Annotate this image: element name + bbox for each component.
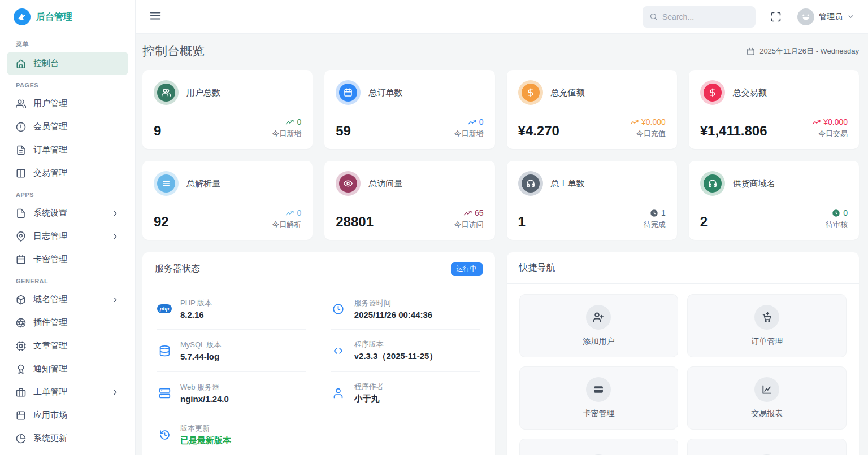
sidebar-item-label: 控制台 (33, 58, 59, 69)
list-icon (154, 171, 179, 196)
sidebar-item-members[interactable]: 会员管理 (7, 115, 128, 138)
stat-card-total-volume: 总交易额 ¥1,411.806 ¥0.000 今日交易 (689, 70, 859, 149)
sidebar-section-pages: PAGES (0, 75, 135, 92)
users-icon (16, 99, 26, 109)
quick-nav-report[interactable]: 交易报表 (687, 366, 847, 430)
quick-nav-document[interactable] (687, 439, 847, 455)
quick-nav-panel: 快捷导航 添加用户 订单管理 卡密管理 (507, 252, 860, 455)
stat-label: 用户总数 (186, 88, 220, 98)
sidebar-item-app-market[interactable]: 应用市场 (7, 404, 128, 427)
quick-nav-card-keys[interactable]: 卡密管理 (519, 366, 679, 430)
stat-card-total-tickets: 总工单数 1 1 待完成 (507, 161, 677, 240)
chevron-right-icon (111, 388, 119, 396)
fullscreen-button[interactable] (770, 11, 782, 23)
sidebar-item-label: 会员管理 (33, 121, 67, 132)
layout-icon (16, 410, 26, 421)
cpu-icon (16, 341, 26, 351)
headphones-icon (518, 171, 543, 196)
topbar: 管理员 (136, 0, 868, 34)
sidebar-item-label: 用户管理 (33, 98, 67, 109)
stat-card-total-visits: 总访问量 28801 65 今日访问 (324, 161, 494, 240)
dollar-icon (700, 80, 725, 105)
brand[interactable]: 后台管理 (0, 0, 135, 33)
server-info-value: 5.7.44-log (180, 352, 221, 361)
columns-icon (16, 168, 26, 178)
sidebar-item-label: 系统更新 (33, 433, 67, 444)
quick-nav-add-user[interactable]: 添加用户 (519, 294, 679, 357)
stat-trend-label: 今日解析 (272, 220, 301, 230)
stat-value: 2 (700, 214, 708, 230)
chevron-right-icon (111, 233, 119, 240)
stat-card-total-users: 用户总数 9 0 今日新增 (142, 70, 313, 149)
server-icon (159, 387, 171, 399)
sidebar-item-label: 应用市场 (33, 410, 67, 421)
stat-trend-label: 今日新增 (272, 129, 301, 139)
sidebar: 后台管理 菜单 控制台 PAGES 用户管理 会员管理 订单管理 交易管理 AP… (0, 0, 136, 455)
sidebar-item-label: 域名管理 (33, 294, 67, 305)
sidebar-item-domains[interactable]: 域名管理 (7, 288, 128, 311)
trending-up-icon (285, 118, 294, 126)
date-label: 2025年11月26日 - Wednesday (760, 46, 859, 56)
sidebar-item-orders[interactable]: 订单管理 (7, 138, 128, 161)
sidebar-toggle-button[interactable] (149, 10, 162, 24)
clock-icon (332, 303, 344, 315)
sidebar-item-system-settings[interactable]: 系统设置 (7, 202, 128, 225)
calendar-icon (336, 80, 361, 105)
stat-trend-label: 待完成 (644, 220, 666, 230)
stat-label: 总工单数 (551, 178, 585, 189)
home-icon (16, 59, 26, 69)
sidebar-item-users[interactable]: 用户管理 (7, 92, 128, 115)
server-info-value: 2025/11/26 00:44:36 (354, 310, 432, 320)
quick-nav-title: 快捷导航 (519, 262, 555, 274)
search-icon (649, 12, 658, 21)
sidebar-item-card-keys[interactable]: 卡密管理 (7, 248, 128, 271)
clock-icon (650, 209, 658, 217)
sidebar-item-system-update[interactable]: 系统更新 (7, 427, 128, 450)
sidebar-item-notifications[interactable]: 通知管理 (7, 357, 128, 380)
stat-trend: 0 (297, 208, 301, 217)
stat-label: 总订单数 (368, 88, 402, 98)
stat-label: 总解析量 (186, 178, 220, 189)
sidebar-item-dashboard[interactable]: 控制台 (7, 52, 128, 75)
sidebar-item-logs[interactable]: 日志管理 (7, 225, 128, 248)
chevron-right-icon (111, 209, 119, 217)
search-input[interactable] (662, 12, 747, 21)
award-icon (16, 364, 26, 374)
sidebar-item-label: 文章管理 (33, 340, 67, 351)
quick-nav-orders[interactable]: 订单管理 (687, 294, 847, 357)
user-menu[interactable]: 管理员 (797, 8, 854, 25)
file-icon (16, 208, 26, 218)
credit-card-icon (593, 384, 604, 395)
search-box[interactable] (643, 6, 756, 28)
cart-plus-icon (761, 312, 772, 323)
stat-trend: 0 (297, 117, 301, 126)
stat-value: ¥1,411.806 (700, 123, 767, 139)
briefcase-icon (16, 387, 26, 397)
quick-nav-settings[interactable] (519, 439, 679, 455)
chart-icon (761, 384, 772, 395)
sidebar-item-tickets[interactable]: 工单管理 (7, 380, 128, 404)
chevron-down-icon (847, 13, 854, 20)
server-info-value: 小于丸 (354, 393, 384, 404)
sidebar-section-menu: 菜单 (0, 33, 135, 52)
server-info-label: 版本更新 (180, 423, 231, 434)
stat-value: 92 (154, 214, 169, 230)
stat-card-supplier-domains: 供货商域名 2 0 待审核 (689, 161, 859, 240)
chevron-right-icon (111, 296, 119, 304)
sidebar-item-transactions[interactable]: 交易管理 (7, 161, 128, 185)
sidebar-item-plugins[interactable]: 插件管理 (7, 311, 128, 334)
stat-value: ¥4.270 (518, 123, 559, 139)
sidebar-section-apps: APPS (0, 185, 135, 202)
trending-up-icon (463, 209, 472, 217)
current-date: 2025年11月26日 - Wednesday (747, 46, 859, 56)
pie-chart-icon (16, 434, 26, 444)
user-icon (332, 387, 344, 399)
users-icon (154, 80, 179, 105)
stat-trend: ¥0.000 (823, 117, 848, 126)
stat-label: 总访问量 (368, 178, 402, 189)
sidebar-item-articles[interactable]: 文章管理 (7, 334, 128, 357)
server-info-value: 8.2.16 (180, 310, 212, 320)
eye-icon (336, 171, 361, 196)
status-badge: 运行中 (451, 262, 483, 276)
sidebar-item-label: 插件管理 (33, 317, 67, 328)
